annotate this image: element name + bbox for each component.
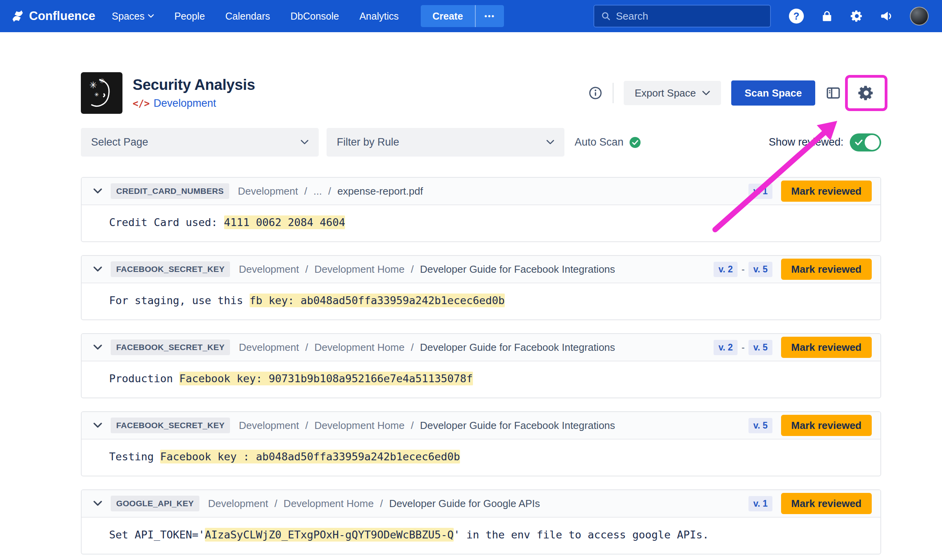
confluence-logo[interactable]: Confluence [10, 9, 95, 24]
user-avatar[interactable] [910, 7, 929, 26]
breadcrumb-item[interactable]: Development [238, 185, 298, 197]
mark-reviewed-button[interactable]: Mark reviewed [781, 259, 872, 280]
breadcrumb-item[interactable]: Developer Guide for Facebook Integration… [420, 263, 615, 275]
chevron-down-icon[interactable] [93, 266, 102, 272]
space-settings-gear-button[interactable] [858, 84, 875, 102]
search-input[interactable] [616, 10, 764, 22]
space-link[interactable]: Development [153, 97, 216, 109]
create-group: Create ••• [421, 5, 504, 27]
filter-row: Select Page Filter by Rule Auto Scan Sho… [81, 128, 881, 157]
check-icon [855, 139, 863, 146]
svg-text:✳: ✳ [89, 80, 97, 90]
finding-card: CREDIT_CARD_NUMBERS Development/.../expe… [81, 177, 881, 242]
create-more-button[interactable]: ••• [475, 5, 504, 27]
rule-badge: CREDIT_CARD_NUMBERS [111, 183, 229, 199]
nav-item-analytics[interactable]: Analytics [360, 11, 399, 22]
sensitive-data-highlight: AIzaSyCLWjZ0_ETxgPOxH-gQYT9ODeWcBBZU5-Q [205, 528, 454, 542]
finding-card: FACEBOOK_SECRET_KEY Development/Developm… [81, 255, 881, 320]
breadcrumb-item[interactable]: Developer Guide for Facebook Integration… [420, 341, 615, 354]
gear-icon[interactable] [850, 9, 864, 23]
nav-item-spaces[interactable]: Spaces [112, 11, 154, 22]
chevron-down-icon[interactable] [93, 345, 102, 350]
version-badge[interactable]: v. 2 [714, 262, 738, 277]
mark-reviewed-button[interactable]: Mark reviewed [781, 493, 872, 514]
finding-body: For staging, use this fb key: ab048ad50f… [82, 283, 880, 319]
version-badge[interactable]: v. 1 [748, 184, 772, 199]
nav-item-dbconsole[interactable]: DbConsole [290, 11, 339, 22]
help-icon[interactable]: ? [789, 9, 804, 24]
version-badges: v. 2-v. 5 [714, 262, 772, 277]
scan-space-button[interactable]: Scan Space [731, 80, 815, 106]
sensitive-data-highlight: Facebook key: 90731b9b108a952166e7e4a511… [179, 372, 473, 385]
search-box[interactable] [593, 5, 771, 27]
select-page-label: Select Page [91, 136, 148, 148]
version-badges: v. 1 [748, 496, 772, 511]
megaphone-icon[interactable] [880, 9, 893, 23]
finding-body: Testing Facebook key : ab048ad50ffa33959… [82, 440, 880, 476]
breadcrumb-item[interactable]: Development Home [314, 420, 405, 432]
finding-card: FACEBOOK_SECRET_KEY Development/Developm… [81, 333, 881, 398]
svg-text:✳: ✳ [94, 91, 99, 98]
breadcrumb-item[interactable]: Development [239, 341, 299, 354]
select-page-dropdown[interactable]: Select Page [81, 128, 319, 157]
check-circle-icon [629, 137, 641, 148]
version-badge[interactable]: v. 1 [748, 496, 772, 511]
chevron-down-icon[interactable] [93, 188, 102, 194]
version-badge[interactable]: v. 2 [714, 340, 738, 355]
show-reviewed-toggle[interactable] [850, 133, 881, 151]
nav-item-label: DbConsole [290, 11, 339, 22]
rule-badge: FACEBOOK_SECRET_KEY [111, 418, 230, 433]
chevron-down-icon [546, 140, 554, 145]
finding-body: Production Facebook key: 90731b9b108a952… [82, 361, 880, 398]
breadcrumb-item[interactable]: Development [239, 420, 299, 432]
rule-badge: FACEBOOK_SECRET_KEY [111, 261, 230, 277]
breadcrumb-item[interactable]: Developer Guide for Facebook Integration… [420, 420, 615, 432]
finding-header[interactable]: FACEBOOK_SECRET_KEY Development/Developm… [82, 334, 880, 361]
sensitive-data-highlight: Facebook key : ab048ad50ffa33959a242b1ec… [160, 450, 460, 463]
breadcrumb: Development/Development Home/Developer G… [239, 341, 615, 354]
chevron-down-icon [301, 140, 309, 145]
chevron-down-icon [148, 14, 154, 18]
nav-item-people[interactable]: People [174, 11, 205, 22]
breadcrumb-separator: / [305, 263, 308, 275]
finding-header[interactable]: GOOGLE_API_KEY Development/Development H… [82, 490, 880, 518]
mark-reviewed-button[interactable]: Mark reviewed [781, 337, 872, 358]
show-reviewed-label: Show reviewed: [769, 136, 843, 148]
finding-header[interactable]: FACEBOOK_SECRET_KEY Development/Developm… [82, 256, 880, 283]
filter-by-rule-dropdown[interactable]: Filter by Rule [327, 128, 564, 157]
breadcrumb-item[interactable]: Development [208, 498, 268, 510]
breadcrumb-item[interactable]: ... [314, 185, 322, 197]
chevron-down-icon[interactable] [93, 423, 102, 428]
gear-icon [858, 84, 875, 102]
finding-header[interactable]: CREDIT_CARD_NUMBERS Development/.../expe… [82, 178, 880, 205]
version-badge[interactable]: v. 5 [748, 262, 772, 277]
breadcrumb-separator: / [274, 498, 277, 510]
version-badge[interactable]: v. 5 [748, 340, 772, 355]
breadcrumb-item[interactable]: Developer Guide for Google APIs [389, 498, 540, 510]
auto-scan-label: Auto Scan [575, 136, 624, 148]
breadcrumb-item[interactable]: expense-report.pdf [337, 185, 423, 197]
lock-icon[interactable] [820, 9, 834, 23]
title-block: Security Analysis </> Development [133, 77, 255, 109]
export-space-button[interactable]: Export Space [624, 81, 721, 105]
findings-list: CREDIT_CARD_NUMBERS Development/.../expe… [81, 177, 881, 555]
breadcrumb-item[interactable]: Development Home [283, 498, 374, 510]
info-icon[interactable] [588, 86, 602, 100]
version-badge[interactable]: v. 5 [748, 418, 772, 433]
mark-reviewed-button[interactable]: Mark reviewed [781, 415, 872, 436]
finding-text: Credit Card used: [109, 216, 224, 228]
header-actions: Export Space Scan Space [588, 80, 881, 106]
breadcrumb-separator: / [411, 420, 414, 432]
mark-reviewed-button[interactable]: Mark reviewed [781, 181, 872, 202]
space-avatar[interactable]: ✳ ✳ ✳ [81, 72, 122, 114]
sidebar-panel-icon[interactable] [825, 85, 841, 101]
chevron-down-icon[interactable] [93, 501, 102, 506]
create-button[interactable]: Create [421, 5, 475, 27]
breadcrumb-separator: / [305, 420, 308, 432]
breadcrumb-item[interactable]: Development Home [314, 341, 405, 354]
breadcrumb-item[interactable]: Development [239, 263, 299, 275]
finding-header[interactable]: FACEBOOK_SECRET_KEY Development/Developm… [82, 412, 880, 440]
page-title: Security Analysis [133, 77, 255, 93]
nav-item-calendars[interactable]: Calendars [225, 11, 270, 22]
breadcrumb-item[interactable]: Development Home [314, 263, 405, 275]
